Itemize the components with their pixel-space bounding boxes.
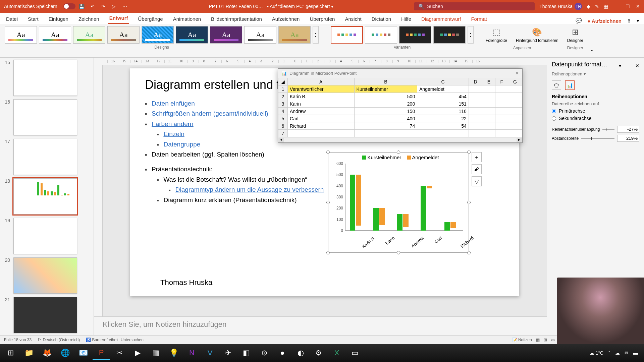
gap-slider[interactable] [581,138,614,139]
design-theme-2[interactable]: Aa [39,26,71,44]
settings-icon[interactable]: ⚙ [310,346,327,360]
variant-3[interactable] [399,26,431,44]
app4-icon[interactable]: ◐ [292,346,309,360]
tab-bildschirm[interactable]: Bildschirmpräsentation [210,14,263,24]
record-button[interactable]: ● Aufzeichnen [587,18,622,24]
visio-icon[interactable]: V [201,346,219,360]
slide-thumb-17[interactable]: 17 [2,139,92,175]
datasheet-table[interactable]: ◢ A B C D E F G 1 Verantwo [278,78,522,137]
overlap-input[interactable] [617,126,639,133]
tab-dictation[interactable]: Dictation [370,14,392,24]
tray-mail-icon[interactable]: ✉ [625,350,629,356]
gap-input[interactable] [617,135,639,142]
tab-hilfe[interactable]: Hilfe [400,14,413,24]
scroll-left-icon[interactable]: ◄ [278,138,284,142]
tab-zeichnen[interactable]: Zeichnen [77,14,101,24]
design-theme-8[interactable]: Aa [244,26,276,44]
overlap-slider[interactable] [602,129,614,130]
slide-thumb-19[interactable]: 19 [2,218,92,254]
tab-diagrammentwurf[interactable]: Diagrammentwurf [420,14,462,24]
chart-brush-button[interactable]: 🖌 [472,164,482,174]
chart-plus-button[interactable]: ＋ [472,152,482,162]
design-theme-9[interactable]: Aa [278,26,311,44]
slide-canvas[interactable]: Diagramm erstellen und formatieren Daten… [103,65,547,316]
autosave-toggle[interactable] [63,3,75,9]
tab-datei[interactable]: Datei [5,14,19,24]
resize-handle[interactable] [467,201,471,204]
tab-einfuegen[interactable]: Einfügen [47,14,70,24]
design-theme-4[interactable]: Aa [107,26,140,44]
datasheet-hscroll[interactable]: ◄ ► [278,137,522,142]
resize-handle[interactable] [326,201,330,204]
corner-cell[interactable]: ◢ [278,78,288,85]
lightbulb-icon[interactable]: 💡 [165,346,182,360]
view-sorter-icon[interactable]: ⊞ [544,338,547,342]
telegram-icon[interactable]: ✈ [219,346,237,360]
snip-icon[interactable]: ✂ [111,346,128,360]
variant-4[interactable] [433,26,466,44]
tray-chevron-icon[interactable]: ˄ [608,350,610,356]
diamond-icon[interactable]: ◆ [587,4,590,9]
undo-icon[interactable]: ↶ [89,3,96,10]
redo-icon[interactable]: ↷ [100,3,107,10]
explorer-icon[interactable]: 📁 [20,346,38,360]
variant-1[interactable] [331,26,363,44]
chevron-down-icon[interactable]: ▾ [637,18,639,24]
pane-close-icon[interactable]: ✕ [635,63,639,68]
obs-icon[interactable]: ⊙ [256,346,273,360]
calendar-icon[interactable]: ▦ [604,4,608,9]
designer-button[interactable]: ⊞Designer [564,26,587,44]
chart-datasheet[interactable]: 📊 Diagramm in Microsoft PowerPoint ✕ ◢ A… [278,68,523,143]
app2-icon[interactable]: ◧ [237,346,255,360]
search-box[interactable]: 🔍 Suchen [414,2,535,10]
tab-ueberpruefen[interactable]: Überprüfen [308,14,336,24]
chart-plot[interactable]: 0100200300400500600 [345,164,463,231]
resize-handle[interactable] [326,251,330,254]
design-theme-6[interactable]: Aa [176,26,208,44]
datasheet-close[interactable]: ✕ [515,71,519,76]
maximize-icon[interactable]: ☐ [626,4,630,9]
powerpoint-icon[interactable]: P [93,346,110,360]
close-icon[interactable]: ✕ [636,4,640,9]
tab-uebergaenge[interactable]: Übergänge [137,14,164,24]
radio-secondary[interactable] [552,116,556,121]
onenote-icon[interactable]: N [183,346,201,360]
app-icon[interactable]: ▦ [147,346,164,360]
more-icon[interactable]: ⋯ [121,3,128,10]
series-options-dropdown[interactable]: Reihenoptionen ▾ [552,71,639,76]
resize-handle[interactable] [326,150,330,154]
tab-ansicht[interactable]: Ansicht [343,14,363,24]
notes-pane[interactable]: Klicken Sie, um Notizen hinzuzufügen [94,316,547,335]
firefox-icon[interactable]: 🦊 [38,346,56,360]
tab-aufzeichnen[interactable]: Aufzeichnen [271,14,301,24]
resize-handle[interactable] [397,150,400,154]
design-theme-7[interactable]: Aa [210,26,242,44]
series-icon[interactable]: 📊 [565,80,575,90]
fill-icon[interactable]: ⬠ [552,80,561,90]
foliengroesse-button[interactable]: ⬚Foliengröße [482,26,511,44]
tray-battery-icon[interactable]: ▬ [633,350,638,356]
variant-2[interactable] [365,26,397,44]
slide-thumb-21[interactable]: 21 [2,297,92,333]
chart[interactable]: Kursteilnehmer Angemeldet 01002003004005… [328,152,469,253]
view-reading-icon[interactable]: ▭ [551,338,555,342]
present-icon[interactable]: ▷ [110,3,118,10]
slide-thumb-15[interactable]: 15 [2,60,92,96]
outlook-icon[interactable]: 📧 [74,346,92,360]
slide-thumbnails-pane[interactable]: 15 16 17 18 19 20 21 22 23 24 [0,58,94,335]
weather-widget[interactable]: ☁ 1°C [590,350,603,356]
tab-entwurf[interactable]: Entwurf [108,13,129,24]
designs-expand[interactable]: ▴▾ [313,26,319,44]
hintergrund-button[interactable]: 🎨Hintergrund formatieren [513,26,562,44]
app3-icon[interactable]: ● [274,346,291,360]
share-icon[interactable]: ⇪ [627,18,631,24]
save-icon[interactable]: 💾 [78,3,86,10]
minimize-icon[interactable]: ― [615,4,620,9]
slide-thumb-18[interactable]: 18 [2,178,92,215]
account-button[interactable]: Thomas Hruska TH [539,3,582,10]
design-theme-5[interactable]: Aa [142,26,174,44]
excel-icon[interactable]: X [328,346,345,360]
slide-counter[interactable]: Folie 18 von 33 [4,338,32,342]
pane-dropdown-icon[interactable]: ▾ [619,63,621,68]
design-theme-1[interactable]: Aa [5,26,37,44]
